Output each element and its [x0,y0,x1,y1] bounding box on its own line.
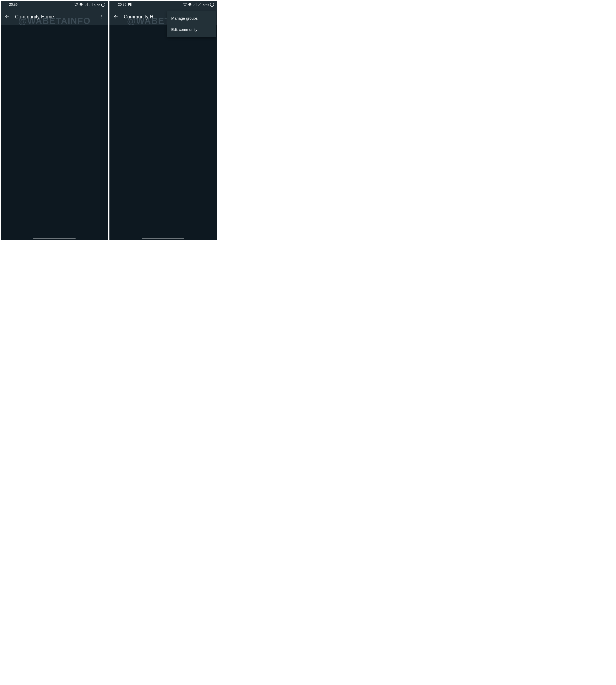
battery-percent: 52% [94,3,100,6]
signal-icon-2 [198,3,201,6]
more-options-button[interactable] [99,14,105,20]
signal-icon-2 [89,3,93,6]
svg-point-2 [102,18,102,19]
svg-point-0 [102,15,102,16]
more-vertical-icon [100,15,104,19]
svg-point-1 [102,16,102,17]
navigation-handle[interactable] [142,238,184,239]
arrow-left-icon [4,14,10,20]
status-time: 20:56 [118,3,126,6]
status-bar: 20:56 52% [109,1,217,9]
back-button[interactable] [4,14,10,20]
menu-item-manage-groups[interactable]: Manage groups [167,13,216,24]
alarm-icon [74,3,78,6]
wifi-icon [188,3,192,6]
wifi-icon [79,3,83,6]
content-area [1,25,108,240]
loading-spinner-icon [210,3,214,7]
alarm-icon [183,3,187,6]
status-bar: 20:56 52% [1,1,108,9]
signal-icon-1 [84,3,88,6]
phone-screen-right: 20:56 52% @WABETAINFO Community H Manage… [109,1,217,240]
back-button[interactable] [113,14,119,20]
options-menu: Manage groups Edit community [167,11,216,37]
page-title: Community H [124,14,153,20]
page-title: Community Home [15,14,54,20]
image-notification-icon [128,3,131,6]
battery-percent: 52% [203,3,209,6]
arrow-left-icon [113,14,118,20]
content-area [109,25,217,240]
menu-item-edit-community[interactable]: Edit community [167,24,216,35]
status-time: 20:56 [9,3,18,6]
loading-spinner-icon [101,3,105,7]
signal-icon-1 [193,3,197,6]
phone-screen-left: 20:56 52% @WABETAINFO Community Home [1,1,108,240]
app-bar: Community Home [1,9,108,25]
navigation-handle[interactable] [33,238,75,239]
